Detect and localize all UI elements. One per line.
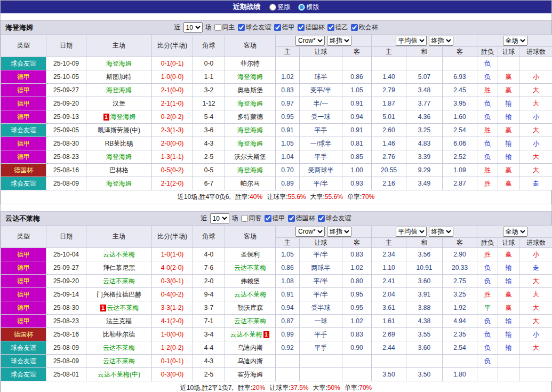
league-filter-2[interactable]: 球会友谊: [318, 214, 351, 223]
league-checkbox[interactable]: [238, 24, 245, 31]
red-card-icon: 1: [103, 114, 109, 121]
home-team-cell: 拜仁慕尼黑: [86, 261, 152, 275]
layout-option-1[interactable]: 横版: [298, 3, 319, 12]
result-goals: 大: [519, 315, 552, 328]
match-row: 德甲25-09-27拜仁慕尼黑4-0(2-0)7-6云达不莱梅0.86两球半1.…: [1, 261, 552, 275]
odds-home: [276, 368, 300, 381]
layout-option-0[interactable]: 竖版: [269, 3, 291, 12]
recent-count-select[interactable]: 10: [210, 213, 229, 223]
result-handicap: 输: [498, 328, 519, 341]
company-select[interactable]: Crow*: [295, 36, 325, 46]
league-cell: 球会友谊: [1, 341, 46, 355]
team-section-1: 云达不莱梅近10场同客德甲德国杯球会友谊类型日期主场比分(半场)角球客场Crow…: [1, 211, 551, 392]
avg-draw: [406, 57, 443, 70]
average-select[interactable]: 平均值: [396, 227, 427, 237]
away-team-cell: 奥格斯堡: [225, 84, 276, 97]
league-cell: 德甲: [1, 261, 46, 275]
company-select[interactable]: Crow*: [295, 227, 325, 237]
odds-away: 0.91: [342, 97, 372, 110]
league-checkbox[interactable]: [298, 24, 305, 31]
score-cell: 1-0(0-0): [152, 328, 193, 341]
same-venue-filter[interactable]: 同主: [214, 23, 235, 32]
layout-radio[interactable]: [298, 4, 305, 11]
result-goals: 大: [519, 84, 552, 97]
away-team-cell: 海登海姆: [225, 97, 276, 110]
league-filter-label: 德国杯: [296, 214, 315, 223]
league-checkbox[interactable]: [318, 215, 325, 222]
odds-away: [342, 355, 372, 368]
avg-away: [443, 355, 477, 368]
result-handicap: [498, 368, 519, 381]
league-filter-3[interactable]: 德乙: [327, 23, 348, 32]
header-col: 客场: [225, 35, 276, 57]
header-group-0: Crow*终指: [276, 226, 372, 238]
date-cell: 25-10-09: [46, 57, 86, 70]
average-select[interactable]: 平均值: [396, 36, 427, 46]
avg-home: 2.76: [372, 150, 406, 164]
match-row: 德甲25-09-20云达不莱梅0-3(0-1)2-0弗赖堡1.08平/半0.80…: [1, 275, 552, 288]
league-checkbox[interactable]: [274, 24, 281, 31]
avg-home: 2.04: [372, 288, 406, 301]
league-filter-label: 德甲: [273, 214, 285, 223]
final-index-select[interactable]: 终指: [429, 227, 453, 237]
league-filter-2[interactable]: 德国杯: [298, 23, 325, 32]
league-filter-0[interactable]: 球会友谊: [238, 23, 271, 32]
league-cell: 球会友谊: [1, 177, 46, 190]
avg-away: [443, 57, 477, 70]
section-bar: 海登海姆近10场同主球会友谊德甲德国杯德乙欧会杯: [1, 20, 551, 34]
subheader-col: 和: [406, 47, 443, 57]
same-venue-checkbox[interactable]: [241, 215, 248, 222]
same-venue-filter[interactable]: 同客: [241, 214, 262, 223]
home-team-cell: RB莱比锡: [86, 137, 152, 150]
league-checkbox[interactable]: [327, 24, 334, 31]
odds-handicap: 平手: [300, 328, 342, 341]
corner-cell: 4-3: [193, 355, 225, 368]
league-cell: 球会友谊: [1, 57, 46, 70]
result-outcome: 负: [477, 341, 498, 355]
subheader-col: 主: [276, 47, 300, 57]
league-checkbox[interactable]: [288, 215, 295, 222]
league-checkbox[interactable]: [265, 215, 271, 222]
score-cell: 0-4(0-2): [152, 288, 193, 301]
away-team-cell: 海登海姆: [225, 70, 276, 84]
result-outcome: 平: [477, 301, 498, 315]
result-handicap: 输: [498, 315, 519, 328]
odds-home: 0.83: [276, 84, 300, 97]
away-team-cell: 云达不莱梅: [225, 261, 276, 275]
final-index-select[interactable]: 终指: [429, 36, 453, 46]
league-checkbox[interactable]: [351, 24, 358, 31]
scope-select[interactable]: 全场: [503, 36, 527, 46]
odds-handicap: [300, 57, 342, 70]
result-handicap: 赢: [498, 164, 519, 177]
league-filter-1[interactable]: 德国杯: [288, 214, 315, 223]
final-index-select[interactable]: 终指: [327, 227, 351, 237]
header-col: 主场: [86, 35, 152, 57]
result-goals: 小: [519, 248, 552, 261]
scope-select[interactable]: 全场: [503, 227, 527, 237]
avg-draw: 3.77: [406, 97, 443, 110]
score-cell: 1-0(1-0): [152, 248, 193, 261]
away-team-cell: 海登海姆: [225, 137, 276, 150]
subheader-col: 客: [443, 238, 477, 248]
home-team-cell: 云达不莱梅: [86, 355, 152, 368]
home-team-cell: 云达不莱梅: [86, 275, 152, 288]
league-filter-4[interactable]: 欧会杯: [351, 23, 378, 32]
date-cell: 25-08-30: [46, 301, 86, 315]
corner-cell: 7-1: [193, 315, 225, 328]
recent-count-select[interactable]: 10: [183, 22, 203, 33]
league-cell: 德甲: [1, 150, 46, 164]
result-outcome: 负: [477, 150, 498, 164]
league-filter-0[interactable]: 德甲: [265, 214, 285, 223]
league-filter-1[interactable]: 德甲: [274, 23, 295, 32]
near-label: 近: [201, 214, 207, 223]
odds-handicap: 受两球半: [300, 164, 342, 177]
summary-prefix: 近10场,胜4平0负6,: [178, 193, 231, 202]
layout-radio[interactable]: [269, 4, 276, 11]
same-venue-checkbox[interactable]: [214, 24, 221, 31]
league-cell: 德甲: [1, 70, 46, 84]
final-index-select[interactable]: 终指: [327, 36, 351, 46]
corner-cell: 3-2: [193, 84, 225, 97]
corner-cell: 4-4: [193, 341, 225, 355]
avg-home: 2.16: [372, 177, 406, 190]
league-cell: 德甲: [1, 84, 46, 97]
